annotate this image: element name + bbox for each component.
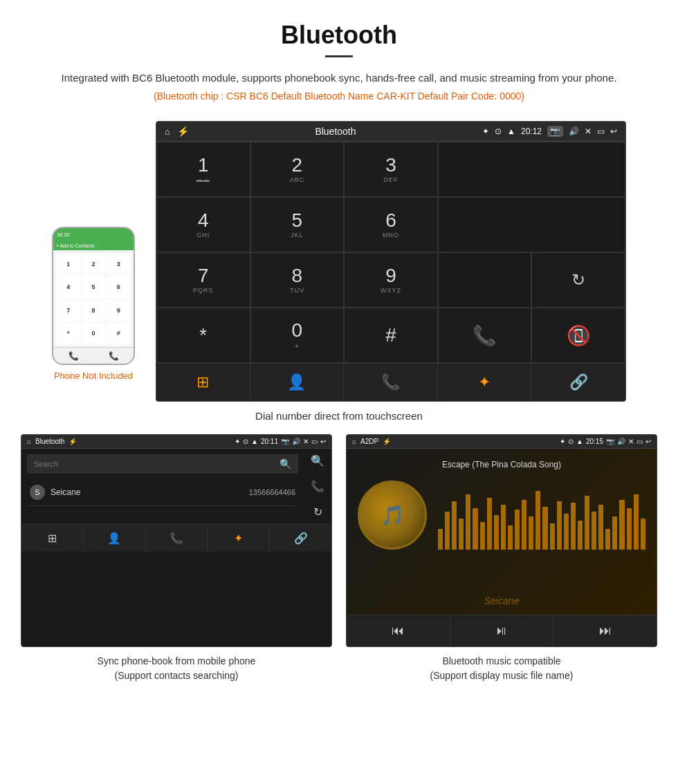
eq-bar [522, 500, 526, 550]
side-refresh-icon[interactable]: ↻ [313, 505, 322, 519]
a2dp-time: 20:15 [586, 438, 603, 445]
a2dp-app-title: A2DP [360, 438, 378, 445]
album-art: 🎵 [358, 480, 427, 550]
search-bar[interactable]: Search 🔍 [27, 454, 298, 474]
a2dp-back-icon[interactable]: ↩ [645, 438, 651, 445]
phone-key-8: 8 [81, 299, 105, 321]
dial-call-button[interactable]: 📞 [438, 308, 532, 363]
dial-key-star[interactable]: * [156, 308, 250, 363]
phonebook-caption-line1: Sync phone-book from mobile phone [98, 655, 256, 666]
phone-top-bar: M:20 [53, 228, 134, 241]
dial-refresh-button[interactable]: ↻ [531, 252, 625, 308]
call-green-icon: 📞 [473, 324, 497, 347]
eq-bar [529, 516, 533, 550]
a2dp-volume-icon[interactable]: 🔊 [617, 438, 625, 445]
dial-key-8[interactable]: 8 TUV [250, 252, 345, 308]
a2dp-window-icon[interactable]: ▭ [636, 438, 643, 445]
phone-key-0: 0 [81, 322, 105, 344]
pb-back-icon[interactable]: ↩ [320, 438, 326, 445]
back-icon[interactable]: ↩ [610, 127, 617, 136]
side-search-icon[interactable]: 🔍 [311, 454, 324, 467]
dial-key-4[interactable]: 4 GHI [156, 197, 250, 252]
pb-fn-bt[interactable]: ✦ [208, 525, 270, 552]
phone-bottom-bar: 📞 📞 [53, 347, 134, 364]
a2dp-usb-icon: ⚡ [383, 438, 391, 445]
fn-phone-button[interactable]: 📞 [344, 364, 438, 401]
dial-key-5[interactable]: 5 JKL [250, 197, 345, 252]
eq-bar [592, 512, 596, 550]
side-call-icon[interactable]: 📞 [311, 480, 324, 493]
page-header: Bluetooth Integrated with BC6 Bluetooth … [0, 0, 678, 121]
fn-link-button[interactable]: 🔗 [531, 364, 625, 401]
usb-icon: ⚡ [177, 126, 189, 137]
search-icon: 🔍 [280, 458, 291, 469]
dial-key-9[interactable]: 9 WXYZ [344, 252, 438, 308]
pb-fn-grid[interactable]: ⊞ [21, 525, 84, 552]
dial-key-0[interactable]: 0 + [250, 308, 345, 363]
a2dp-content: Escape (The Pina Colada Song) 🎵 Seicane [347, 449, 657, 615]
a2dp-close-icon[interactable]: ✕ [628, 438, 634, 445]
home-icon[interactable]: ⌂ [165, 127, 170, 137]
eq-bar [438, 529, 443, 550]
dial-key-3[interactable]: 3 DEF [344, 142, 438, 197]
eq-bar [501, 505, 506, 550]
pb-camera-icon[interactable]: 📷 [281, 438, 289, 445]
album-art-area: 🎵 [358, 480, 645, 550]
phone-key-9: 9 [107, 299, 131, 321]
eq-bar [641, 519, 645, 550]
eq-bar [550, 523, 555, 550]
main-screenshot-area: M:20 + Add to Contacts 1 2 3 4 5 6 7 8 9… [0, 121, 678, 402]
dial-key-6[interactable]: 6 MNO [344, 197, 438, 252]
phone-key-5: 5 [81, 276, 105, 298]
fn-bluetooth-button[interactable]: ✦ [438, 364, 532, 401]
phone-key-7: 7 [56, 299, 80, 321]
status-right: ✦ ⊙ ▲ 20:12 📷 🔊 ✕ ▭ ↩ [482, 126, 617, 137]
play-pause-button[interactable]: ⏯ [450, 615, 554, 646]
fn-grid-button[interactable]: ⊞ [156, 364, 250, 401]
a2dp-status-bar: ⌂ A2DP ⚡ ✦ ⊙ ▲ 20:15 📷 🔊 ✕ ▭ ↩ [347, 435, 657, 449]
pb-signal-icon: ▲ [251, 438, 258, 445]
close-icon[interactable]: ✕ [585, 127, 592, 136]
pb-fn-link[interactable]: 🔗 [270, 525, 331, 552]
dial-key-hash[interactable]: # [344, 308, 438, 363]
a2dp-card: ⌂ A2DP ⚡ ✦ ⊙ ▲ 20:15 📷 🔊 ✕ ▭ ↩ E [346, 434, 657, 686]
pb-fn-phone[interactable]: 📞 [146, 525, 208, 552]
dial-key-7[interactable]: 7 PQRS [156, 252, 250, 308]
eq-bar [452, 501, 457, 550]
a2dp-home-icon[interactable]: ⌂ [352, 438, 356, 445]
dial-key-1[interactable]: 1 ▬▬ [156, 142, 250, 197]
page-title: Bluetooth [42, 21, 636, 50]
seicane-watermark: Seicane [484, 595, 520, 606]
a2dp-caption-line1: Bluetooth music compatible [442, 655, 560, 666]
phone-screen-content: 1 2 3 4 5 6 7 8 9 * 0 # [53, 250, 134, 347]
next-track-button[interactable]: ⏭ [553, 615, 657, 646]
pb-volume-icon[interactable]: 🔊 [292, 438, 300, 445]
phonebook-home-icon[interactable]: ⌂ [27, 438, 31, 445]
eq-bar [598, 505, 603, 550]
eq-bar [564, 514, 569, 550]
camera-icon[interactable]: 📷 [547, 126, 563, 137]
dial-function-bar: ⊞ 👤 📞 ✦ 🔗 [156, 363, 625, 401]
eq-bar [619, 500, 624, 550]
prev-track-button[interactable]: ⏮ [347, 615, 450, 646]
a2dp-camera-icon[interactable]: 📷 [606, 438, 614, 445]
contact-row[interactable]: S Seicane 13566664466 [27, 479, 298, 506]
eq-bar [494, 515, 499, 550]
dial-key-2[interactable]: 2 ABC [250, 142, 345, 197]
contact-number: 13566664466 [249, 488, 295, 496]
phone-key-2: 2 [81, 253, 105, 275]
eq-bar [578, 521, 583, 550]
app-title: Bluetooth [315, 126, 356, 137]
phone-key-star: * [56, 322, 80, 344]
bottom-screenshots: ⌂ Bluetooth ⚡ ✦ ⊙ ▲ 20:11 📷 🔊 ✕ ▭ ↩ [0, 434, 678, 686]
pb-window-icon[interactable]: ▭ [311, 438, 318, 445]
window-icon[interactable]: ▭ [597, 127, 605, 136]
bluetooth-icon: ✦ [482, 127, 489, 136]
pb-close-icon[interactable]: ✕ [303, 438, 309, 445]
phonebook-status-left: ⌂ Bluetooth ⚡ [27, 438, 77, 445]
volume-icon[interactable]: 🔊 [569, 127, 579, 136]
phonebook-fn-bar: ⊞ 👤 📞 ✦ 🔗 [21, 524, 331, 552]
pb-fn-user[interactable]: 👤 [84, 525, 146, 552]
fn-contacts-button[interactable]: 👤 [250, 364, 345, 401]
dial-end-button[interactable]: 📵 [531, 308, 625, 363]
